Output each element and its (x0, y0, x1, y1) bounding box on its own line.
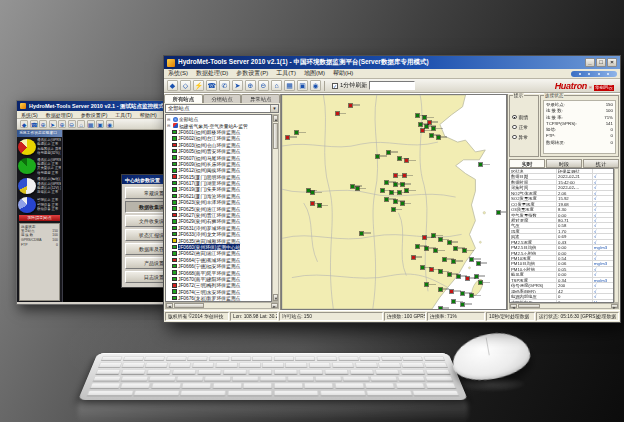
station-marker[interactable] (311, 202, 314, 205)
menu-item[interactable]: 系统(S) (164, 69, 192, 78)
station-marker[interactable] (318, 204, 321, 207)
station-marker[interactable] (423, 116, 426, 119)
toolbar-icon[interactable]: ☎ (30, 120, 38, 128)
station-marker[interactable] (398, 157, 401, 160)
station-marker[interactable] (439, 307, 442, 310)
station-marker[interactable] (430, 134, 433, 137)
table-vertical-scrollbar[interactable] (614, 168, 619, 303)
station-marker[interactable] (457, 275, 460, 278)
station-marker[interactable] (461, 292, 464, 295)
station-marker[interactable] (448, 273, 451, 276)
station-marker[interactable] (463, 249, 466, 252)
menu-item[interactable]: 地图(M) (300, 69, 329, 78)
station-marker[interactable] (403, 174, 406, 177)
station-marker[interactable] (477, 262, 480, 265)
toolbar-icon[interactable]: ⊖ (258, 80, 269, 91)
main-titlebar[interactable]: HydroMet-Tools Server 2010 v2.1(1) - 中国环… (164, 56, 620, 69)
station-marker[interactable] (443, 258, 446, 261)
station-marker[interactable] (394, 183, 397, 186)
station-marker[interactable] (387, 151, 390, 154)
menu-item[interactable]: 系统(S) (17, 112, 42, 118)
tree-tab[interactable]: 分组站点 (203, 94, 242, 103)
station-marker[interactable] (470, 294, 473, 297)
station-marker[interactable] (430, 268, 433, 271)
station-marker[interactable] (307, 189, 310, 192)
station-marker[interactable] (405, 189, 408, 192)
toolbar-icon[interactable]: ◇ (180, 80, 191, 91)
station-marker[interactable] (401, 202, 404, 205)
station-marker[interactable] (423, 236, 426, 239)
station-marker[interactable] (286, 136, 289, 139)
scroll-right-icon[interactable]: ► (611, 304, 618, 308)
toolbar-icon[interactable]: ⌂ (271, 80, 282, 91)
station-marker[interactable] (439, 238, 442, 241)
station-marker[interactable] (390, 191, 393, 194)
toolbar-icon[interactable]: ⌂ (77, 120, 85, 128)
window-control-button[interactable]: □ (596, 58, 606, 67)
scrollbar-thumb[interactable] (273, 123, 278, 149)
scroll-up-icon[interactable]: ▲ (273, 115, 278, 122)
station-marker[interactable] (392, 208, 395, 211)
station-marker[interactable] (349, 104, 352, 107)
station-marker[interactable] (401, 183, 404, 186)
data-tab[interactable]: 时段 (546, 159, 582, 168)
station-marker[interactable] (479, 163, 482, 166)
station-marker[interactable] (421, 266, 424, 269)
station-marker[interactable] (405, 159, 408, 162)
station-marker[interactable] (425, 247, 428, 250)
window-control-button[interactable]: × (607, 58, 617, 67)
station-marker[interactable] (421, 129, 424, 132)
toolbar-icon[interactable]: ✆ (219, 80, 230, 91)
toolbar-icon[interactable]: ▦ (87, 120, 95, 128)
refresh-input[interactable] (369, 81, 415, 90)
station-marker[interactable] (475, 275, 478, 278)
scrollbar-thumb[interactable] (518, 304, 540, 308)
station-marker[interactable] (450, 290, 453, 293)
menu-item[interactable]: 工具(T) (272, 69, 300, 78)
station-marker[interactable] (461, 303, 464, 306)
station-filter-combo[interactable]: 全部站点 ▼ (165, 104, 279, 113)
station-marker[interactable] (432, 234, 435, 237)
menu-item[interactable]: 参数设置(P) (77, 112, 112, 118)
station-marker[interactable] (311, 191, 314, 194)
station-marker[interactable] (394, 174, 397, 177)
toolbar-icon[interactable]: ▣ (96, 120, 104, 128)
toolbar-icon[interactable]: ➤ (232, 80, 243, 91)
station-marker[interactable] (452, 260, 455, 263)
station-marker[interactable] (385, 198, 388, 201)
station-marker[interactable] (385, 181, 388, 184)
expand-icon[interactable]: ⊟ (167, 123, 171, 128)
menu-item[interactable]: 数据处理(D) (192, 69, 232, 78)
station-marker[interactable] (432, 127, 435, 130)
tree-tab[interactable]: 异常站点 (241, 94, 280, 103)
data-tab[interactable]: 实时 (509, 159, 545, 168)
tree-tab[interactable]: 所有站点 (164, 94, 203, 103)
refresh-checkbox[interactable]: ✓ (332, 83, 338, 89)
station-marker[interactable] (295, 131, 298, 134)
prompt-radio[interactable]: 雨情 (512, 114, 536, 120)
data-tab[interactable]: 统计 (583, 159, 619, 168)
station-marker[interactable] (479, 281, 482, 284)
station-marker[interactable] (416, 245, 419, 248)
station-marker[interactable] (448, 241, 451, 244)
station-marker[interactable] (466, 277, 469, 280)
scroll-right-icon[interactable]: ► (271, 303, 278, 308)
toolbar-icon[interactable]: ➤ (49, 120, 57, 128)
toolbar-icon[interactable]: ⊕ (58, 120, 66, 128)
prompt-radio[interactable]: 异常 (512, 134, 536, 140)
station-marker[interactable] (376, 155, 379, 158)
scroll-left-icon[interactable]: ◄ (510, 304, 517, 308)
scrollbar-thumb[interactable] (174, 303, 204, 308)
chevron-down-icon[interactable]: ▼ (270, 105, 278, 112)
toolbar-icon[interactable]: ▦ (284, 80, 295, 91)
station-marker[interactable] (439, 288, 442, 291)
station-marker[interactable] (360, 232, 363, 235)
station-marker[interactable] (419, 123, 422, 126)
tree-horizontal-scrollbar[interactable]: ◄ ► (165, 302, 279, 309)
toolbar-icon[interactable]: ⚡ (193, 80, 204, 91)
alarm-stations-bar[interactable]: 故障(异常)站点 (19, 215, 60, 221)
station-marker[interactable] (434, 249, 437, 252)
station-marker[interactable] (398, 191, 401, 194)
scroll-left-icon[interactable]: ◄ (166, 303, 173, 308)
table-horizontal-scrollbar[interactable]: ◄ ► (509, 303, 619, 309)
